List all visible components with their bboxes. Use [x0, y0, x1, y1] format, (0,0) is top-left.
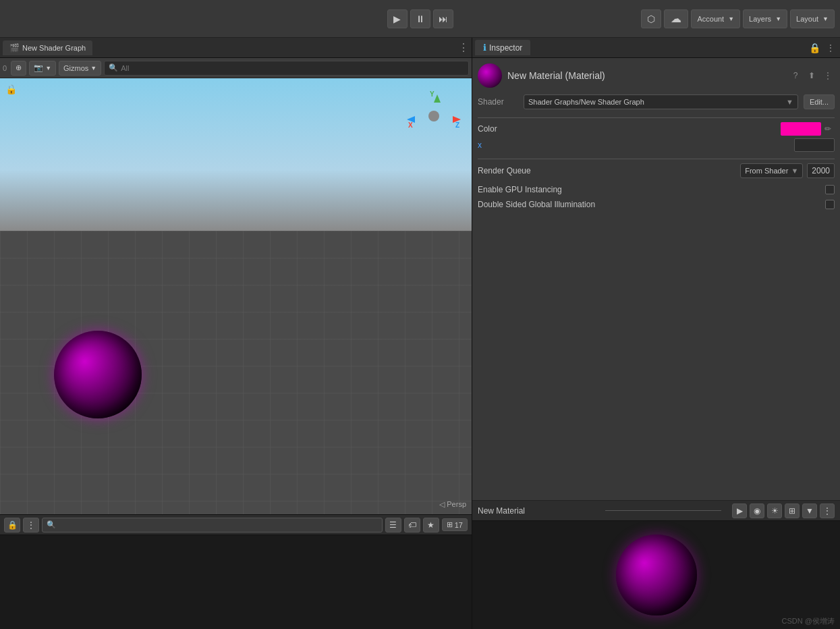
double-sided-label: Double Sided Global Illumination	[478, 200, 825, 209]
gpu-instancing-checkbox[interactable]	[825, 185, 835, 194]
eyedropper-btn[interactable]: ✏	[821, 122, 835, 136]
preview-dropdown-btn[interactable]: ▼	[802, 503, 817, 518]
divider-2	[478, 159, 835, 159]
material-header: New Material (Material) ? ⬆ ⋮	[478, 63, 835, 88]
shader-dropdown[interactable]: Shader Graphs/New Shader Graph ▼	[524, 94, 798, 109]
transform-icon: ⊕	[16, 63, 22, 72]
x-label: x	[478, 140, 794, 150]
inspector-more-btn[interactable]: ⋮	[824, 41, 837, 55]
layout-dropdown[interactable]: Layout ▼	[790, 9, 835, 28]
edit-button[interactable]: Edit...	[804, 94, 835, 109]
layout-label: Layout	[796, 15, 818, 23]
material-header-controls: ? ⬆ ⋮	[789, 69, 835, 82]
scene-search-box: 🔍	[104, 61, 469, 76]
shader-dropdown-arrow: ▼	[786, 98, 793, 106]
render-queue-dropdown[interactable]: From Shader ▼	[740, 163, 803, 178]
lock-icon: 🔒	[5, 84, 17, 94]
layers-label: Layers	[749, 15, 771, 23]
inspector-content: New Material (Material) ? ⬆ ⋮ Shader Sha…	[472, 58, 840, 500]
preview-panel: New Material ▶ ◉ ☀ ⊞ ▼ ⋮ CSDN @侯增涛	[472, 500, 840, 629]
top-toolbar: ▶ ⏸ ⏭ ⬡ ☁ Account ▼ Layers ▼ Layout ▼	[0, 0, 840, 38]
collab-icon[interactable]: ⬡	[641, 9, 661, 28]
render-queue-arrow: ▼	[791, 167, 798, 175]
shader-value: Shader Graphs/New Shader Graph	[528, 98, 644, 106]
inspector-tab-icon: ℹ	[483, 43, 486, 53]
color-row: Color ✏	[478, 122, 835, 136]
bottom-search-input[interactable]	[59, 521, 378, 529]
render-queue-row: Render Queue From Shader ▼ 2000	[478, 163, 835, 178]
layout-arrow: ▼	[822, 16, 829, 22]
gizmo-x-label: X	[408, 121, 413, 129]
x-row: x 1	[478, 138, 835, 152]
pause-button[interactable]: ⏸	[410, 9, 430, 28]
material-title: New Material (Material)	[507, 70, 605, 81]
double-sided-row: Double Sided Global Illumination	[478, 200, 835, 209]
tag-btn[interactable]: 🏷	[404, 518, 420, 532]
persp-label: ◁ Persp	[439, 500, 466, 509]
camera-arrow: ▼	[45, 65, 51, 72]
scene-search-input[interactable]	[121, 64, 464, 72]
account-dropdown[interactable]: Account ▼	[691, 9, 740, 28]
material-settings-btn[interactable]: ⬆	[805, 69, 818, 82]
preview-title: New Material	[478, 506, 594, 516]
layers-dropdown[interactable]: Layers ▼	[743, 9, 787, 28]
material-help-btn[interactable]: ?	[789, 69, 802, 82]
color-swatch[interactable]	[781, 122, 821, 136]
scene-tab-label: New Shader Graph	[22, 44, 86, 52]
preview-viewport[interactable]: CSDN @侯增涛	[472, 521, 840, 629]
double-sided-checkbox[interactable]	[825, 200, 835, 209]
account-arrow: ▼	[728, 16, 734, 22]
hierarchy-btn[interactable]: ☰	[385, 518, 401, 532]
scene-tab[interactable]: 🎬 New Shader Graph	[3, 40, 92, 55]
bottom-bar: 🔒 ⋮ 🔍 ☰ 🏷 ★ ⊞ 17	[0, 514, 472, 535]
preview-light-btn[interactable]: ☀	[767, 503, 782, 518]
camera-btn[interactable]: 📷 ▼	[29, 61, 56, 76]
material-more-btn[interactable]: ⋮	[821, 69, 835, 82]
inspector-tab-bar: ℹ Inspector 🔒 ⋮	[472, 38, 840, 58]
toolbar-right: ⬡ ☁ Account ▼ Layers ▼ Layout ▼	[641, 9, 840, 28]
inspector-lock-btn[interactable]: 🔒	[808, 41, 821, 55]
lock-btn[interactable]: 🔒	[4, 518, 20, 532]
camera-icon: 📷	[34, 63, 43, 72]
cloud-button[interactable]: ☁	[664, 9, 688, 28]
scene-gizmo[interactable]: Y X Z	[407, 89, 461, 143]
right-panel: ℹ Inspector 🔒 ⋮ New Material (Material) …	[472, 38, 840, 629]
preview-header: New Material ▶ ◉ ☀ ⊞ ▼ ⋮	[472, 501, 840, 521]
main-layout: 🎬 New Shader Graph ⋮ 0 ⊕ 📷 ▼ Gizmos ▼ 🔍	[0, 38, 840, 629]
playback-controls: ▶ ⏸ ⏭	[387, 9, 453, 28]
render-queue-label: Render Queue	[478, 166, 740, 175]
render-queue-value: 2000	[807, 163, 835, 178]
material-icon	[478, 63, 502, 88]
scene-toolbar: 0 ⊕ 📷 ▼ Gizmos ▼ 🔍	[0, 58, 472, 78]
gpu-instancing-label: Enable GPU Instancing	[478, 185, 825, 194]
gpu-instancing-row: Enable GPU Instancing	[478, 185, 835, 194]
step-button[interactable]: ⏭	[433, 9, 453, 28]
gizmos-btn[interactable]: Gizmos ▼	[59, 61, 101, 76]
inspector-tab[interactable]: ℹ Inspector	[475, 40, 530, 55]
preview-more-btn[interactable]: ⋮	[820, 503, 835, 518]
inspector-tab-controls: 🔒 ⋮	[808, 41, 837, 55]
preview-sphere-btn[interactable]: ◉	[750, 503, 764, 518]
color-label: Color	[478, 124, 781, 134]
menu-btn[interactable]: ⋮	[23, 518, 39, 532]
preview-play-btn[interactable]: ▶	[732, 503, 747, 518]
gizmos-arrow: ▼	[90, 65, 96, 72]
layers-arrow: ▼	[775, 16, 781, 22]
scene-tab-bar: 🎬 New Shader Graph ⋮	[0, 38, 472, 58]
scene-tab-icon: 🎬	[9, 43, 20, 53]
shader-row: Shader Shader Graphs/New Shader Graph ▼ …	[478, 94, 835, 109]
x-input[interactable]: 1	[794, 138, 835, 152]
preview-grid-btn[interactable]: ⊞	[785, 503, 800, 518]
play-button[interactable]: ▶	[387, 9, 408, 28]
layers-count: 17	[455, 521, 463, 529]
scene-sky	[0, 78, 472, 231]
account-label: Account	[697, 15, 724, 23]
scene-sphere	[54, 331, 142, 418]
scene-tab-more[interactable]: ⋮	[458, 41, 469, 54]
favorite-btn[interactable]: ★	[423, 518, 439, 532]
transform-tool-btn[interactable]: ⊕	[11, 61, 26, 76]
scene-viewport[interactable]: Y X Z 🔒 ◁ Persp	[0, 78, 472, 514]
gizmo-y-label: Y	[430, 90, 435, 98]
gizmo-z-label: Z	[455, 121, 459, 129]
layers-badge: ⊞ 17	[442, 518, 468, 531]
